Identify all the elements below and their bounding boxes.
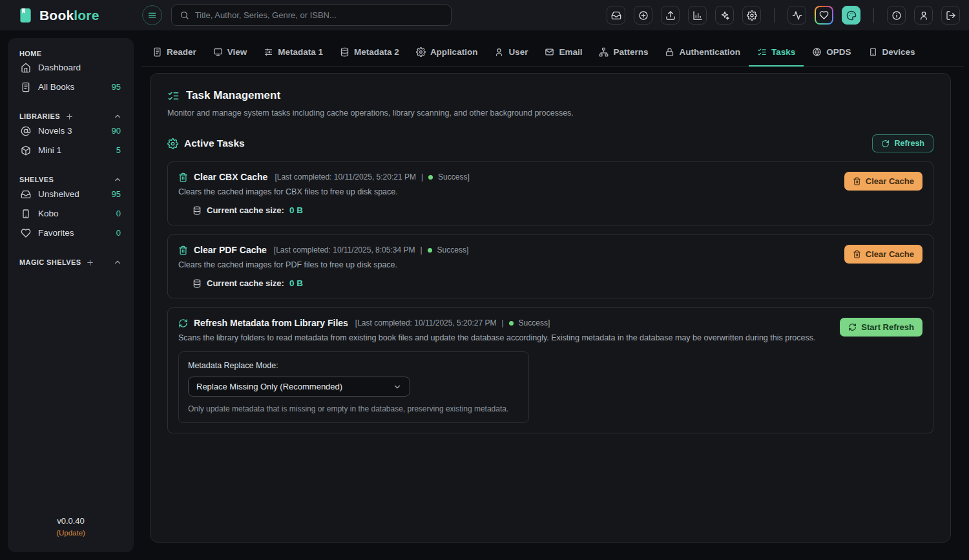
tab-email[interactable]: Email	[536, 39, 590, 67]
section-label-home: HOME	[19, 50, 42, 57]
inbox-button[interactable]	[607, 6, 625, 25]
start-refresh-button[interactable]: Start Refresh	[840, 318, 922, 337]
user-icon	[919, 10, 929, 21]
sidebar-item-novels[interactable]: Novels 3 90	[17, 121, 125, 140]
refresh-icon	[848, 323, 857, 331]
section-label-shelves: SHELVES	[19, 176, 54, 183]
sliders-icon	[264, 47, 273, 57]
reader-icon	[152, 47, 162, 57]
gear-icon	[416, 47, 426, 57]
success-dot	[428, 248, 432, 253]
settings-tabbar: Reader View Metadata 1 Metadata 2 Applic…	[141, 39, 964, 67]
bar-chart-icon	[693, 10, 703, 21]
database-icon	[340, 47, 349, 57]
sidebar-item-unshelved[interactable]: Unshelved 95	[17, 185, 125, 203]
task-description: Clears the cached images for CBX files t…	[178, 187, 834, 196]
menu-button[interactable]	[142, 5, 162, 25]
heart-icon	[819, 10, 829, 20]
logout-icon	[946, 10, 956, 21]
chevron-up-icon[interactable]	[113, 258, 122, 267]
activity-button[interactable]	[787, 6, 806, 25]
sidebar-section-libraries: LIBRARIES	[17, 112, 125, 121]
theme-button[interactable]	[842, 6, 860, 25]
tablet-icon	[21, 209, 31, 219]
chevron-up-icon[interactable]	[113, 175, 122, 184]
settings-button[interactable]	[742, 6, 761, 25]
replace-mode-label: Metadata Replace Mode:	[188, 361, 519, 370]
task-title: Clear PDF Cache	[194, 245, 267, 255]
task-description: Scans the library folders to read metada…	[178, 333, 829, 342]
tab-application[interactable]: Application	[408, 39, 486, 67]
stats-button[interactable]	[688, 6, 707, 25]
cache-size-label: Current cache size:	[207, 278, 284, 288]
sidebar-item-all-books[interactable]: All Books 95	[17, 78, 125, 96]
app-title: Booklore	[39, 8, 99, 23]
chevron-up-icon[interactable]	[113, 112, 122, 121]
sparkles-icon	[720, 10, 730, 21]
update-link[interactable]: (Update)	[17, 529, 125, 537]
upload-button[interactable]	[661, 6, 680, 25]
favorites-button[interactable]	[815, 6, 833, 25]
booklore-logo-icon	[17, 7, 34, 24]
task-card-clear-cbx-cache: Clear CBX Cache [Last completed: 10/11/2…	[167, 161, 933, 225]
sidebar-section-magic-shelves: MAGIC SHELVES	[17, 258, 125, 267]
sidebar-item-kobo[interactable]: Kobo 0	[17, 204, 125, 223]
globe-icon	[812, 47, 822, 57]
sidebar-item-label: Dashboard	[38, 63, 81, 72]
cache-size-label: Current cache size:	[207, 205, 284, 215]
metadata-replace-mode-box: Metadata Replace Mode: Replace Missing O…	[178, 351, 529, 423]
tab-devices[interactable]: Devices	[860, 39, 924, 67]
clear-pdf-cache-button[interactable]: Clear Cache	[844, 245, 922, 264]
activity-icon	[792, 10, 802, 21]
tab-metadata-2[interactable]: Metadata 2	[331, 39, 408, 67]
sidebar-item-dashboard[interactable]: Dashboard	[17, 58, 125, 77]
tab-patterns[interactable]: Patterns	[590, 39, 656, 67]
add-magic-shelf-icon[interactable]	[86, 258, 94, 267]
sidebar-section-shelves: SHELVES	[17, 175, 125, 184]
app-logo[interactable]: Booklore	[17, 7, 99, 24]
logout-button[interactable]	[941, 6, 960, 25]
add-button[interactable]	[634, 6, 652, 25]
topbar-divider	[873, 8, 874, 23]
tab-authentication[interactable]: Authentication	[656, 39, 749, 67]
clear-cbx-cache-button[interactable]: Clear Cache	[844, 172, 922, 191]
search-input[interactable]	[195, 10, 443, 20]
task-title: Clear CBX Cache	[194, 172, 267, 182]
sidebar-item-label: Unshelved	[38, 189, 79, 199]
tab-tasks[interactable]: Tasks	[749, 39, 804, 67]
task-meta: [Last completed: 10/11/2025, 8:05:34 PM …	[274, 245, 468, 254]
tab-metadata-1[interactable]: Metadata 1	[255, 39, 331, 67]
active-tasks-header: Active Tasks Refresh	[167, 134, 933, 152]
active-tasks-title: Active Tasks	[184, 138, 245, 149]
sidebar-item-favorites[interactable]: Favorites 0	[17, 223, 125, 242]
sidebar-footer: v0.0.40 (Update)	[17, 516, 125, 543]
monitor-icon	[213, 47, 223, 57]
tab-user[interactable]: User	[486, 39, 536, 67]
metadata-replace-mode-select[interactable]: Replace Missing Only (Recommended)	[188, 377, 410, 397]
profile-button[interactable]	[914, 6, 933, 25]
sidebar-item-label: All Books	[38, 82, 74, 92]
section-label-magic-shelves: MAGIC SHELVES	[19, 258, 81, 266]
magic-button[interactable]	[715, 6, 734, 25]
palette-icon	[846, 10, 857, 21]
cache-size-row: Current cache size: 0 B	[193, 278, 834, 288]
tab-reader[interactable]: Reader	[144, 39, 205, 67]
task-description: Clears the cached images for PDF files t…	[178, 260, 834, 269]
refresh-tasks-button[interactable]: Refresh	[872, 134, 933, 152]
sidebar-item-mini[interactable]: Mini 1 5	[17, 141, 125, 160]
add-library-icon[interactable]	[65, 112, 74, 121]
panel-header: Task Management	[167, 89, 933, 102]
home-icon	[21, 63, 31, 73]
item-count: 90	[112, 126, 121, 136]
info-button[interactable]	[887, 6, 906, 25]
sidebar-item-label: Kobo	[38, 209, 59, 218]
refresh-icon	[178, 318, 188, 328]
sidebar-section-home: HOME	[17, 50, 125, 57]
topbar-divider	[774, 8, 775, 23]
lock-icon	[665, 47, 674, 57]
cache-size-value: 0 B	[289, 205, 303, 215]
tab-view[interactable]: View	[205, 39, 256, 67]
tab-opds[interactable]: OPDS	[804, 39, 859, 67]
heart-icon	[21, 228, 31, 238]
task-card-clear-pdf-cache: Clear PDF Cache [Last completed: 10/11/2…	[167, 234, 933, 298]
